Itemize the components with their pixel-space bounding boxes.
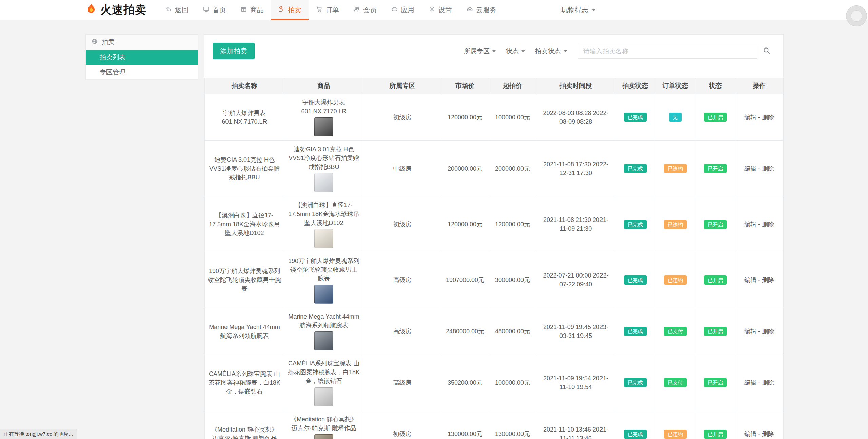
column-header-state: 状态 [695, 78, 735, 94]
product-name: 迪赞GIA 3.01克拉 H色 VVS1净度心形钻石拍卖赠戒指托BBU [288, 145, 360, 171]
auction-name-cell: 迪赞GIA 3.01克拉 H色 VVS1净度心形钻石拍卖赠戒指托BBU [205, 141, 284, 196]
status-badge: 已开启 [704, 327, 727, 336]
actions-cell: 编辑 - 删除 [735, 252, 783, 308]
product-name: CAMÉLIA系列珠宝腕表 山茶花图案神秘腕表，白18K金，镶嵌钻石 [288, 359, 360, 385]
nav-item-members[interactable]: 会员 [346, 0, 384, 20]
nav-item-home[interactable]: 首页 [196, 0, 233, 20]
search-icon [763, 46, 771, 56]
product-cell: 《Meditation 静心冥想》 迈克尔·帕克斯 雕塑作品 [284, 411, 363, 439]
table-header-row: 拍卖名称 商品 所属专区 市场价 起拍价 拍卖时间段 拍卖状态 订单状态 状态 … [205, 78, 783, 94]
column-header-order-status: 订单状态 [655, 78, 695, 94]
action-separator: - [756, 431, 762, 437]
actions-cell: 编辑 - 删除 [735, 196, 783, 252]
state-cell: 已开启 [695, 141, 735, 196]
auction-status-cell: 已完成 [615, 355, 655, 411]
sidebar-item-auction-list[interactable]: 拍卖列表 [86, 50, 198, 65]
status-badge: 已违约 [664, 220, 687, 229]
product-cell: 迪赞GIA 3.01克拉 H色 VVS1净度心形钻石拍卖赠戒指托BBU [284, 141, 363, 196]
state-cell: 已开启 [695, 94, 735, 141]
filter-zone[interactable]: 所属专区 [464, 47, 496, 56]
nav-item-apps[interactable]: 应用 [384, 0, 421, 20]
search-button[interactable] [758, 44, 775, 59]
nav-item-orders[interactable]: 订单 [309, 0, 346, 20]
product-name: 宇舶大爆炸男表 601.NX.7170.LR [288, 98, 360, 116]
nav-item-settings[interactable]: 设置 [421, 0, 459, 20]
brand[interactable]: 火速拍卖 [85, 0, 146, 20]
status-badge: 已违约 [664, 430, 687, 439]
filter-label: 拍卖状态 [535, 47, 561, 56]
zone-cell: 初级房 [363, 196, 441, 252]
table-row: 《Meditation 静心冥想》 迈克尔·帕克斯 雕塑作品《Meditatio… [205, 411, 783, 439]
zone-cell: 初级房 [363, 411, 441, 439]
status-badge: 已完成 [624, 327, 647, 336]
edit-link[interactable]: 编辑 [744, 276, 756, 283]
sidebar-item-zone-management[interactable]: 专区管理 [86, 65, 198, 80]
nav-item-cloud[interactable]: 云服务 [459, 0, 504, 20]
nav-label: 拍卖 [288, 5, 301, 15]
edit-link[interactable]: 编辑 [744, 379, 756, 386]
service-float-icon[interactable] [846, 5, 867, 26]
add-auction-button[interactable]: 添加拍卖 [213, 43, 255, 59]
flame-logo-icon [85, 3, 97, 17]
auction-status-cell: 已完成 [615, 141, 655, 196]
auction-name-cell: 190万宇舶大爆炸灵魂系列镂空陀飞轮顶尖收藏男士腕表 [205, 252, 284, 308]
chevron-down-icon [592, 9, 596, 11]
zone-cell: 中级房 [363, 141, 441, 196]
delete-link[interactable]: 删除 [762, 114, 774, 121]
status-badge: 已完成 [624, 113, 647, 122]
start-price-cell: 100000.00元 [489, 94, 536, 141]
column-header-market-price: 市场价 [441, 78, 489, 94]
filter-auction-status[interactable]: 拍卖状态 [535, 47, 567, 56]
edit-link[interactable]: 编辑 [744, 328, 756, 335]
auction-status-cell: 已完成 [615, 308, 655, 355]
actions-cell: 编辑 - 删除 [735, 94, 783, 141]
filter-state[interactable]: 状态 [506, 47, 525, 56]
product-name: 190万宇舶大爆炸灵魂系列镂空陀飞轮顶尖收藏男士腕表 [288, 256, 360, 283]
status-badge: 已违约 [664, 275, 687, 285]
delete-link[interactable]: 删除 [762, 379, 774, 386]
status-badge: 已开启 [704, 378, 727, 387]
search-input[interactable] [578, 44, 757, 59]
account-dropdown[interactable]: 玩物得志 [561, 0, 596, 20]
sidebar-item-label: 专区管理 [100, 69, 125, 76]
product-cell: 190万宇舶大爆炸灵魂系列镂空陀飞轮顶尖收藏男士腕表 [284, 252, 363, 308]
nav-item-goods[interactable]: 商品 [233, 0, 271, 20]
status-badge: 已开启 [704, 275, 727, 285]
delete-link[interactable]: 删除 [762, 221, 774, 228]
column-header-period: 拍卖时间段 [536, 78, 615, 94]
product-name: 【澳洲白珠】直径17-17.5mm 18K金海水珍珠吊坠大溪地D102 [288, 201, 360, 227]
start-price-cell: 480000.00元 [489, 308, 536, 355]
status-badge: 已完成 [624, 430, 647, 439]
edit-link[interactable]: 编辑 [744, 114, 756, 121]
status-badge: 已完成 [624, 378, 647, 387]
column-header-name: 拍卖名称 [205, 78, 284, 94]
zone-cell: 高级房 [363, 252, 441, 308]
delete-link[interactable]: 删除 [762, 165, 774, 172]
action-separator: - [756, 114, 762, 121]
auction-status-cell: 已完成 [615, 252, 655, 308]
order-status-cell: 已违约 [655, 196, 695, 252]
action-separator: - [756, 276, 762, 283]
market-price-cell: 120000.00元 [441, 196, 489, 252]
chevron-down-icon [564, 50, 567, 52]
delete-link[interactable]: 删除 [762, 276, 774, 283]
search-group [578, 44, 775, 59]
actions-cell: 编辑 - 删除 [735, 411, 783, 439]
nav-label: 设置 [438, 5, 452, 15]
delete-link[interactable]: 删除 [762, 431, 774, 437]
sidebar: 拍卖 拍卖列表 专区管理 [85, 34, 198, 80]
edit-link[interactable]: 编辑 [744, 165, 756, 172]
table-row: 宇舶大爆炸男表 601.NX.7170.LR宇舶大爆炸男表 601.NX.717… [205, 94, 783, 141]
nav-item-auction[interactable]: 拍卖 [271, 0, 309, 20]
column-header-actions: 操作 [735, 78, 783, 94]
product-image [314, 331, 333, 350]
edit-link[interactable]: 编辑 [744, 221, 756, 228]
state-cell: 已开启 [695, 355, 735, 411]
status-badge: 已完成 [624, 220, 647, 229]
table-row: 【澳洲白珠】直径17-17.5mm 18K金海水珍珠吊坠大溪地D102【澳洲白珠… [205, 196, 783, 252]
delete-link[interactable]: 删除 [762, 328, 774, 335]
filter-bar: 所属专区 状态 拍卖状态 [464, 44, 775, 59]
nav-item-back[interactable]: 返回 [158, 0, 196, 20]
product-name: Marine Mega Yacht 44mm 航海系列领航腕表 [288, 312, 360, 330]
edit-link[interactable]: 编辑 [744, 431, 756, 437]
